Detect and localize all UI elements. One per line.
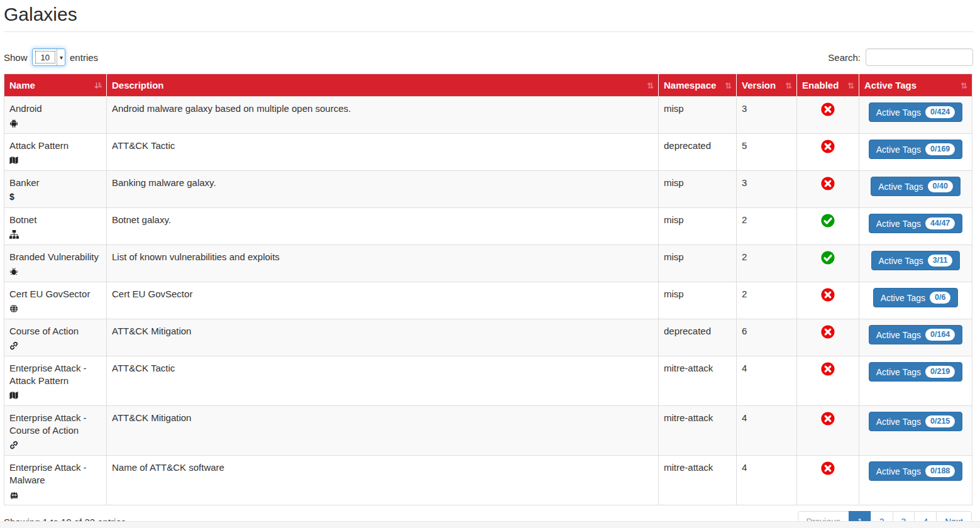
sort-icon: ⇅ (785, 81, 792, 89)
namespace-cell: mitre-attack (659, 406, 737, 456)
description-cell: ATT&CK Mitigation (107, 406, 659, 456)
active-tags-count-badge: 0/219 (925, 366, 955, 378)
table-row: Attack PatternATT&CK Tacticdeprecated5Ac… (4, 134, 972, 171)
description-cell: Cert EU GovSector (107, 282, 659, 319)
title-divider (4, 31, 973, 32)
column-header-description[interactable]: Description⇅ (107, 74, 659, 97)
enabled-check-icon (821, 219, 835, 229)
active-tags-count-badge: 0/169 (925, 143, 955, 155)
enabled-cell (797, 134, 859, 171)
name-cell: Cert EU GovSector (4, 282, 107, 319)
active-tags-button-label: Active Tags (876, 107, 921, 118)
page-length-control: Show 10 ▾ entries (4, 48, 98, 66)
active-tags-count-badge: 3/11 (928, 255, 953, 267)
column-header-label: Enabled (802, 80, 839, 91)
active-tags-button[interactable]: Active Tags0/40 (871, 177, 961, 196)
column-header-label: Description (112, 80, 164, 91)
galaxy-name: Cert EU GovSector (9, 288, 101, 300)
active-tags-button[interactable]: Active Tags3/11 (871, 251, 961, 270)
active-tags-button-label: Active Tags (876, 366, 921, 378)
table-row: Branded VulnerabilityList of known vulne… (4, 245, 972, 282)
column-header-active-tags[interactable]: Active Tags⇅ (859, 74, 972, 97)
active-tags-cell: Active Tags0/424 (859, 97, 972, 134)
column-header-name[interactable]: Name (4, 74, 107, 97)
enabled-cell (797, 171, 859, 208)
map-icon (9, 154, 101, 165)
table-row: Enterprise Attack - MalwareName of ATT&C… (4, 456, 972, 505)
description-cell: ATT&CK Tactic (107, 134, 659, 171)
bug-icon (9, 265, 101, 276)
sitemap-icon (9, 228, 101, 239)
active-tags-button[interactable]: Active Tags0/164 (869, 325, 963, 344)
version-cell: 4 (737, 406, 797, 456)
active-tags-button-label: Active Tags (876, 416, 921, 427)
enabled-check-icon (821, 256, 835, 267)
entries-label: entries (70, 52, 98, 63)
active-tags-cell: Active Tags0/164 (859, 319, 972, 356)
version-cell: 4 (737, 356, 797, 406)
active-tags-button[interactable]: Active Tags0/169 (869, 140, 963, 159)
column-header-enabled[interactable]: Enabled⇅ (797, 74, 859, 97)
active-tags-button[interactable]: Active Tags0/188 (869, 461, 963, 481)
active-tags-button[interactable]: Active Tags0/424 (869, 102, 963, 122)
sort-icon: ⇅ (847, 81, 854, 89)
column-header-label: Active Tags (864, 80, 917, 91)
active-tags-cell: Active Tags0/6 (859, 282, 972, 319)
namespace-cell: deprecated (659, 134, 737, 171)
map-icon (9, 389, 101, 400)
table-header-row: NameDescription⇅Namespace⇅Version⇅Enable… (4, 74, 972, 97)
active-tags-button[interactable]: Active Tags0/215 (869, 412, 963, 431)
active-tags-cell: Active Tags3/11 (859, 245, 972, 282)
sort-amount-asc-icon (94, 81, 102, 89)
page-length-value: 10 (36, 52, 55, 63)
name-cell: Enterprise Attack - Attack Pattern (4, 356, 107, 406)
enabled-cell (797, 456, 859, 505)
description-cell: Botnet galaxy. (107, 208, 659, 245)
name-cell: Android (4, 97, 107, 134)
namespace-cell: misp (659, 171, 737, 208)
column-header-version[interactable]: Version⇅ (737, 74, 797, 97)
link-icon (9, 339, 101, 350)
column-header-label: Namespace (664, 80, 716, 91)
chevron-down-icon: ▾ (57, 49, 65, 65)
description-cell: ATT&CK Tactic (107, 356, 659, 406)
android-icon (9, 117, 101, 128)
name-cell: Attack Pattern (4, 134, 107, 171)
sort-icon: ⇅ (647, 81, 654, 89)
version-cell: 2 (737, 245, 797, 282)
version-cell: 6 (737, 319, 797, 356)
dollar-icon: $ (9, 191, 101, 202)
disabled-cross-icon (821, 182, 835, 192)
enabled-cell (797, 282, 859, 319)
column-header-namespace[interactable]: Namespace⇅ (659, 74, 737, 97)
active-tags-button[interactable]: Active Tags44/47 (869, 214, 963, 233)
namespace-cell: mitre-attack (659, 456, 737, 505)
globe-icon (9, 302, 101, 313)
table-row: Cert EU GovSectorCert EU GovSectormisp2A… (4, 282, 972, 319)
version-cell: 2 (737, 208, 797, 245)
active-tags-count-badge: 0/188 (925, 465, 955, 477)
disabled-cross-icon (821, 293, 835, 304)
table-row: Enterprise Attack - Course of ActionATT&… (4, 406, 972, 456)
active-tags-button-label: Active Tags (876, 144, 921, 155)
enabled-cell (797, 208, 859, 245)
table-row: Banker$Banking malware galaxy.misp3Activ… (4, 171, 972, 208)
namespace-cell: misp (659, 97, 737, 134)
page-length-select[interactable]: 10 ▾ (32, 48, 66, 66)
search-label: Search: (828, 52, 861, 63)
namespace-cell: misp (659, 245, 737, 282)
galaxy-name: Enterprise Attack - Attack Pattern (9, 362, 101, 387)
table-row: Enterprise Attack - Attack PatternATT&CK… (4, 356, 972, 406)
active-tags-button[interactable]: Active Tags0/219 (869, 362, 963, 382)
namespace-cell: misp (659, 208, 737, 245)
name-cell: Enterprise Attack - Malware (4, 456, 107, 505)
enabled-cell (797, 356, 859, 406)
show-label: Show (4, 52, 28, 63)
search-input[interactable] (866, 48, 973, 66)
active-tags-count-badge: 0/215 (925, 415, 955, 427)
page-footer-band (0, 521, 980, 528)
active-tags-button[interactable]: Active Tags0/6 (873, 288, 959, 307)
disabled-cross-icon (821, 417, 835, 427)
active-tags-count-badge: 44/47 (925, 217, 955, 229)
active-tags-cell: Active Tags44/47 (859, 208, 972, 245)
